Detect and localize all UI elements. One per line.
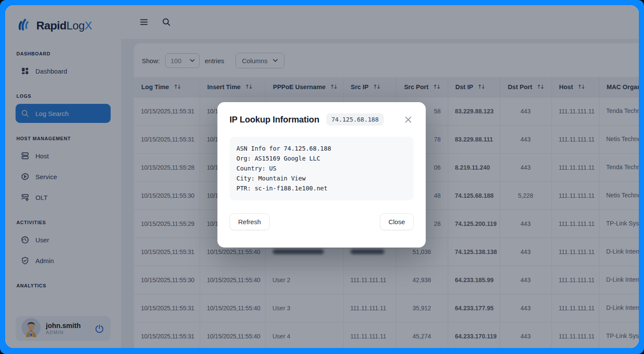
app-window: RapidLogX DASHBOARDDashboardLOGSLog Sear… (5, 5, 639, 348)
ip-badge: 74.125.68.188 (326, 113, 384, 126)
close-icon[interactable] (403, 114, 414, 125)
lookup-result-box: ASN Info for 74.125.68.188 Org: AS15169 … (230, 137, 414, 200)
close-button[interactable]: Close (380, 213, 414, 230)
browser-frame: RapidLogX DASHBOARDDashboardLOGSLog Sear… (0, 0, 644, 354)
ip-lookup-modal: IP Lookup Information 74.125.68.188 ASN … (217, 102, 426, 248)
lookup-result-text: ASN Info for 74.125.68.188 Org: AS15169 … (236, 144, 407, 193)
modal-footer: Refresh Close (230, 213, 414, 230)
modal-header: IP Lookup Information 74.125.68.188 (230, 113, 414, 126)
refresh-button[interactable]: Refresh (230, 213, 270, 230)
modal-title: IP Lookup Information (230, 115, 319, 125)
